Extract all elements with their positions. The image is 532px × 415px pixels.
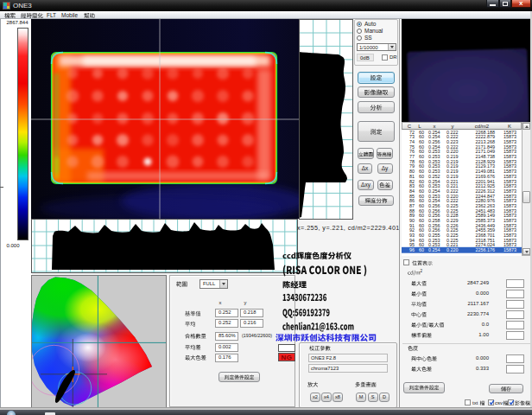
svg-text:96: 96: [409, 247, 415, 252]
svg-text:2256.176: 2256.176: [476, 247, 495, 252]
svg-text:0.254: 0.254: [428, 247, 440, 252]
svg-text:60: 60: [419, 247, 424, 252]
svg-text:0.220: 0.220: [446, 247, 459, 252]
svg-text:15873: 15873: [504, 247, 516, 252]
